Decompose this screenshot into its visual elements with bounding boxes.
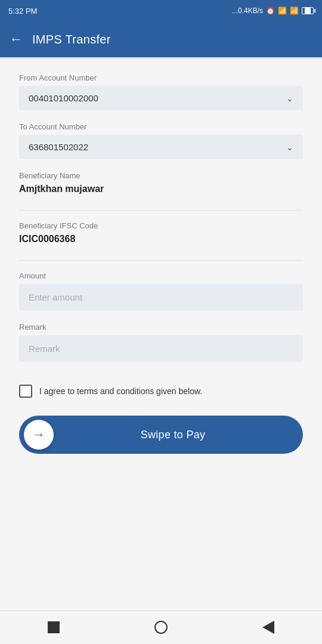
- triangle-icon: [262, 621, 274, 634]
- to-account-value: 636801502022: [29, 142, 88, 152]
- status-right: ...0.4KB/s ⏰ 📶 📶: [232, 7, 314, 15]
- nav-square-button[interactable]: [48, 621, 60, 633]
- to-account-label: To Account Number: [19, 122, 303, 131]
- page-title: IMPS Transfer: [32, 33, 111, 47]
- time: 5:32 PM: [8, 7, 37, 16]
- bottom-nav: [0, 611, 322, 644]
- main-content: From Account Number 00401010002000 ⌄ To …: [0, 59, 322, 611]
- remark-group: Remark: [19, 323, 303, 362]
- status-bar: 5:32 PM ...0.4KB/s ⏰ 📶 📶: [0, 0, 322, 21]
- from-account-label: From Account Number: [19, 73, 303, 82]
- swipe-label: Swipe to Pay: [54, 429, 298, 441]
- chevron-down-icon: ⌄: [286, 94, 293, 103]
- to-account-group: To Account Number 636801502022 ⌄: [19, 122, 303, 159]
- beneficiary-ifsc-label: Beneficiary IFSC Code: [19, 221, 303, 230]
- from-account-dropdown[interactable]: 00401010002000 ⌄: [19, 86, 303, 110]
- back-button[interactable]: ←: [10, 32, 23, 47]
- swipe-to-pay-button[interactable]: → Swipe to Pay: [19, 416, 303, 454]
- amount-group: Amount: [19, 271, 303, 311]
- amount-label: Amount: [19, 271, 303, 280]
- header: ← IMPS Transfer: [0, 21, 322, 57]
- swipe-circle: →: [24, 420, 54, 450]
- remark-label: Remark: [19, 323, 303, 332]
- chevron-down-icon-2: ⌄: [286, 143, 293, 152]
- section-divider-1: [19, 210, 303, 210]
- terms-checkbox[interactable]: [19, 385, 32, 398]
- network-speed: ...0.4KB/s: [232, 7, 263, 15]
- beneficiary-name-label: Beneficiary Name: [19, 171, 303, 180]
- beneficiary-name-value: Amjtkhan mujawar: [19, 182, 303, 196]
- remark-input[interactable]: [19, 335, 303, 362]
- arrow-right-icon: →: [32, 427, 45, 442]
- wifi-icon: 📶: [290, 7, 299, 15]
- nav-back-button[interactable]: [262, 621, 274, 634]
- alarm-icon: ⏰: [266, 7, 275, 15]
- nav-home-button[interactable]: [154, 621, 168, 634]
- beneficiary-name-group: Beneficiary Name Amjtkhan mujawar: [19, 171, 303, 196]
- from-account-group: From Account Number 00401010002000 ⌄: [19, 73, 303, 110]
- to-account-dropdown[interactable]: 636801502022 ⌄: [19, 135, 303, 159]
- from-account-value: 00401010002000: [29, 93, 98, 103]
- signal-icon: 📶: [278, 7, 287, 15]
- swipe-button-container: → Swipe to Pay: [19, 416, 303, 454]
- terms-label: I agree to terms and conditions given be…: [39, 386, 202, 396]
- amount-input[interactable]: [19, 284, 303, 311]
- terms-row: I agree to terms and conditions given be…: [19, 385, 303, 398]
- battery-icon: [302, 7, 314, 14]
- circle-icon: [154, 621, 168, 634]
- section-divider-2: [19, 260, 303, 261]
- beneficiary-ifsc-group: Beneficiary IFSC Code ICIC0006368: [19, 221, 303, 246]
- square-icon: [48, 621, 60, 633]
- beneficiary-ifsc-value: ICIC0006368: [19, 233, 303, 246]
